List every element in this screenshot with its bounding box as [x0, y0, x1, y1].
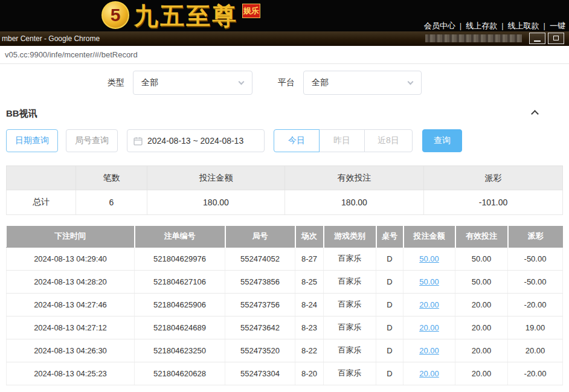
search-button[interactable]: 查询 [422, 129, 462, 152]
record-cell-table: D [376, 316, 403, 339]
records-header-session: 场次 [295, 226, 324, 247]
record-cell-payout: -20.00 [508, 293, 563, 316]
type-filter-select[interactable]: 全部 [133, 71, 252, 95]
record-cell-valid: 50.00 [455, 270, 508, 293]
summary-valid-bet-value: 180.00 [285, 190, 424, 215]
records-header-valid: 有效投注 [455, 226, 508, 247]
record-cell-bet: 50.00 [403, 270, 455, 293]
address-bar[interactable]: v05.cc:9900/infe/mcenter/#/betRecord [0, 46, 569, 64]
minimize-button[interactable] [529, 33, 545, 44]
nav-link[interactable]: 线上存款 [465, 21, 498, 30]
platform-filter-value: 全部 [312, 77, 329, 88]
record-cell-table: D [376, 270, 403, 293]
record-cell-round_no: 552474052 [225, 247, 295, 270]
type-filter-label: 类型 [108, 77, 124, 88]
record-row: 2024-08-13 04:25:23521804620628552473304… [7, 362, 563, 385]
record-cell-session: 8-25 [295, 270, 324, 293]
record-cell-game: 百家乐 [324, 270, 376, 293]
record-cell-bet: 50.00 [403, 247, 455, 270]
record-cell-time: 2024-08-13 04:25:23 [7, 362, 135, 385]
logo-text: 九五至尊 [134, 1, 238, 30]
record-cell-table: D [376, 362, 403, 385]
top-nav: 会员中心|线上存款|线上取款|一键 [423, 21, 567, 31]
quick-range-group: 今日 昨日 近8日 [274, 129, 413, 152]
date-query-button[interactable]: 日期查询 [6, 129, 58, 152]
maximize-icon [553, 36, 559, 40]
nav-link[interactable]: 一键 [548, 21, 567, 30]
summary-table: 笔数 投注金额 有效投注 派彩 总计 6 180.00 180.00 -101.… [6, 165, 563, 215]
bet-amount-link[interactable]: 20.00 [419, 346, 439, 355]
date-range-value: 2024-08-13 ~ 2024-08-13 [147, 136, 243, 146]
record-cell-session: 8-23 [295, 316, 324, 339]
page-content: 类型 全部 平台 全部 BB视讯 日期查询 局号查询 [0, 71, 569, 385]
summary-total-label: 总计 [7, 190, 76, 215]
maximize-button[interactable] [548, 33, 564, 44]
obscured-user-info [425, 34, 522, 42]
section-header: BB视讯 [6, 108, 563, 120]
records-body: 2024-08-13 04:29:40521804629976552474052… [7, 247, 563, 385]
bet-amount-link[interactable]: 20.00 [419, 323, 439, 332]
record-cell-table: D [376, 339, 403, 362]
record-cell-valid: 50.00 [455, 247, 508, 270]
record-cell-session: 8-22 [295, 339, 324, 362]
record-cell-payout: 20.00 [508, 339, 563, 362]
last8days-button[interactable]: 近8日 [364, 129, 413, 152]
record-cell-time: 2024-08-13 04:27:12 [7, 316, 135, 339]
record-cell-bet: 20.00 [403, 339, 455, 362]
type-filter-value: 全部 [141, 77, 158, 88]
browser-title-bar: mber Center - Google Chrome [0, 31, 569, 46]
record-cell-bet: 20.00 [403, 316, 455, 339]
summary-count-value: 6 [76, 190, 147, 215]
record-cell-session: 8-27 [295, 247, 324, 270]
record-cell-payout: -20.00 [508, 362, 563, 385]
record-cell-payout: -50.00 [508, 270, 563, 293]
record-cell-round_no: 552473856 [225, 270, 295, 293]
minimize-icon [534, 40, 541, 42]
record-cell-table: D [376, 293, 403, 316]
record-cell-bet: 20.00 [403, 362, 455, 385]
bet-amount-link[interactable]: 20.00 [419, 369, 439, 378]
record-cell-payout: 19.00 [508, 316, 563, 339]
record-row: 2024-08-13 04:27:12521804624689552473642… [7, 316, 563, 339]
record-cell-round_no: 552473756 [225, 293, 295, 316]
record-cell-time: 2024-08-13 04:26:30 [7, 339, 135, 362]
site-header: 5 九五至尊 娱乐 会员中心|线上存款|线上取款|一键 [0, 0, 569, 31]
summary-total-row: 总计 6 180.00 180.00 -101.00 [7, 190, 563, 215]
nav-link[interactable]: 会员中心 [423, 21, 457, 30]
logo-badge: 娱乐 [242, 4, 260, 18]
today-button[interactable]: 今日 [274, 129, 320, 152]
nav-link[interactable]: 线上取款 [507, 21, 541, 30]
record-cell-time: 2024-08-13 04:27:46 [7, 293, 135, 316]
records-header-payout: 派彩 [508, 226, 563, 247]
records-header-bet: 投注金额 [403, 226, 455, 247]
summary-header-payout: 派彩 [424, 166, 563, 190]
record-cell-payout: -50.00 [508, 247, 563, 270]
record-cell-valid: 20.00 [455, 339, 508, 362]
record-cell-round_no: 552473304 [225, 362, 295, 385]
record-cell-game: 百家乐 [324, 339, 376, 362]
record-cell-valid: 20.00 [455, 362, 508, 385]
query-toolbar: 日期查询 局号查询 2024-08-13 ~ 2024-08-13 今日 昨日 … [6, 129, 563, 152]
summary-header-count: 笔数 [76, 166, 147, 190]
collapse-chevron-up-icon[interactable] [531, 110, 539, 118]
summary-header-bet-amount: 投注金额 [147, 166, 285, 190]
yesterday-button[interactable]: 昨日 [319, 129, 365, 152]
window-title: mber Center - Google Chrome [2, 34, 100, 43]
nav-separator: | [460, 21, 461, 30]
records-header-table: 桌号 [376, 226, 403, 247]
record-cell-time: 2024-08-13 04:29:40 [7, 247, 135, 270]
record-cell-round_no: 552473642 [225, 316, 295, 339]
date-range-input[interactable]: 2024-08-13 ~ 2024-08-13 [127, 129, 265, 152]
bet-amount-link[interactable]: 50.00 [419, 254, 439, 263]
bet-amount-link[interactable]: 20.00 [419, 300, 439, 309]
summary-header-empty [7, 166, 76, 190]
summary-payout-value: -101.00 [424, 190, 563, 215]
round-query-button[interactable]: 局号查询 [66, 129, 118, 152]
platform-filter-select[interactable]: 全部 [303, 71, 422, 95]
record-cell-table: D [376, 247, 403, 270]
site-logo: 5 九五至尊 娱乐 [101, 1, 260, 30]
records-header-round_no: 局号 [225, 226, 295, 247]
record-cell-game: 百家乐 [324, 247, 376, 270]
bet-amount-link[interactable]: 50.00 [419, 277, 439, 286]
record-cell-order_no: 521804627106 [135, 270, 225, 293]
